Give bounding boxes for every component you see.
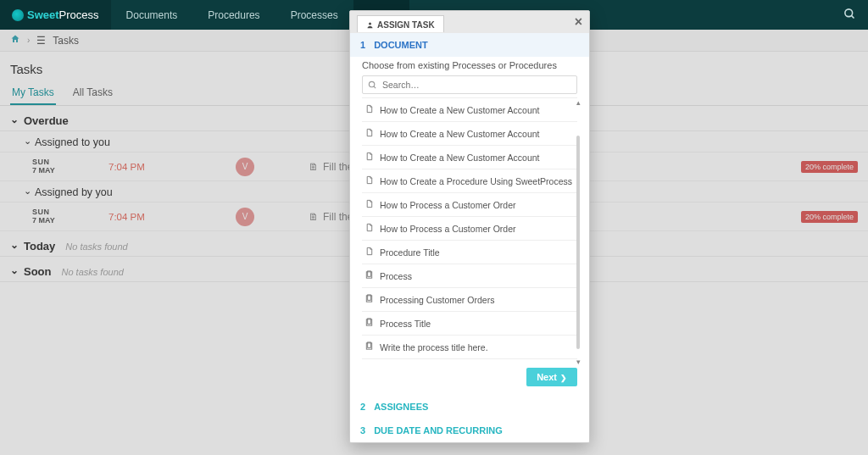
list-item[interactable]: How to Process a Customer Order: [362, 193, 577, 217]
scroll-up-icon[interactable]: ▴: [576, 98, 581, 107]
process-icon: [364, 270, 374, 281]
list-item-label: Process Title: [380, 319, 431, 329]
document-icon: [364, 223, 374, 234]
document-icon: [364, 175, 374, 186]
list-item[interactable]: Process: [362, 264, 577, 288]
modal-tab-assign-task[interactable]: ASSIGN TASK: [357, 15, 444, 32]
list-item-label: How to Process a Customer Order: [380, 224, 515, 234]
process-icon: [364, 341, 374, 352]
chevron-right-icon: [560, 372, 567, 382]
svg-point-2: [369, 23, 371, 25]
document-icon: [364, 152, 374, 163]
document-icon: [364, 128, 374, 139]
nav-processes[interactable]: Processes: [275, 0, 353, 30]
search-field[interactable]: [382, 80, 571, 90]
list-item-label: Process: [380, 271, 412, 281]
nav-documents[interactable]: Documents: [111, 0, 193, 30]
step-due-date[interactable]: 3DUE DATE AND RECURRING: [350, 419, 589, 442]
nav-procedures[interactable]: Procedures: [192, 0, 275, 30]
list-item-label: How to Create a New Customer Account: [380, 105, 540, 115]
process-icon: [364, 294, 374, 305]
list-item-label: Procedure Title: [380, 247, 440, 258]
document-icon: [364, 199, 374, 210]
assign-task-modal: ASSIGN TASK × 1DOCUMENT Choose from exis…: [349, 10, 590, 443]
scrollbar[interactable]: [576, 136, 580, 349]
list-item[interactable]: How to Create a New Customer Account: [362, 122, 577, 146]
svg-line-4: [374, 86, 376, 87]
step-document[interactable]: 1DOCUMENT: [350, 33, 589, 57]
list-item[interactable]: How to Create a New Customer Account: [362, 98, 577, 122]
list-item-label: Processing Customer Orders: [380, 295, 494, 305]
next-button[interactable]: Next: [526, 368, 577, 386]
document-icon: [364, 247, 374, 258]
scroll-down-icon[interactable]: ▾: [576, 358, 581, 366]
brand-text: SweetProcess: [27, 8, 99, 21]
list-item[interactable]: Process Title: [362, 312, 577, 336]
list-item-label: How to Create a New Customer Account: [380, 129, 540, 139]
list-item-label: How to Create a New Customer Account: [380, 153, 540, 163]
list-item-label: Write the process title here.: [380, 342, 488, 352]
list-item-label: How to Process a Customer Order: [380, 200, 515, 210]
search-input[interactable]: [362, 75, 577, 94]
search-icon: [368, 80, 377, 90]
document-icon: [364, 104, 374, 115]
list-item[interactable]: How to Create a Procedure Using SweetPro…: [362, 169, 577, 193]
close-icon[interactable]: ×: [575, 14, 582, 30]
list-item[interactable]: How to Process a Customer Order: [362, 217, 577, 241]
step-assignees[interactable]: 2ASSIGNEES: [350, 395, 589, 419]
list-item[interactable]: Procedure Title: [362, 241, 577, 264]
process-icon: [364, 318, 374, 329]
list-item[interactable]: Processing Customer Orders: [362, 288, 577, 312]
modal-header: ASSIGN TASK ×: [350, 11, 589, 33]
swirl-icon: [12, 9, 24, 21]
svg-point-0: [845, 8, 853, 16]
svg-line-1: [851, 15, 854, 18]
list-item[interactable]: Write the process title here.: [362, 336, 577, 359]
search-icon[interactable]: [832, 8, 868, 23]
brand-logo[interactable]: SweetProcess: [0, 0, 111, 30]
document-list: ▴ How to Create a New Customer AccountHo…: [362, 97, 577, 359]
svg-point-3: [369, 81, 374, 86]
list-item[interactable]: How to Create a New Customer Account: [362, 146, 577, 169]
choose-label: Choose from existing Processes or Proced…: [350, 57, 589, 75]
list-item-label: How to Create a Procedure Using SweetPro…: [380, 176, 572, 186]
person-icon: [366, 21, 374, 29]
